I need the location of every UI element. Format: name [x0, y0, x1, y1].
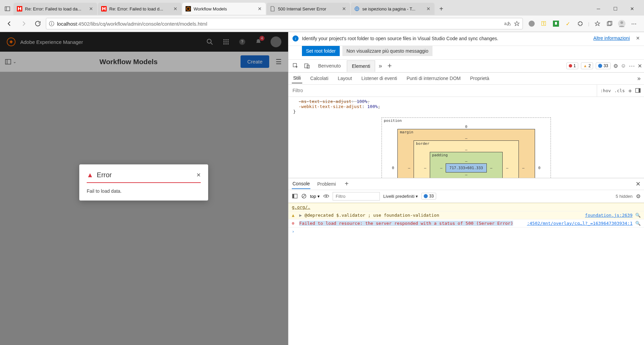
- maximize-button[interactable]: ☐: [608, 3, 623, 14]
- styles-filter: :hov .cls +: [288, 85, 644, 97]
- close-icon[interactable]: ✕: [257, 6, 262, 11]
- error-count[interactable]: 1: [566, 62, 578, 69]
- tab-elements[interactable]: Elementi: [347, 60, 375, 72]
- tab-console[interactable]: Console: [292, 179, 310, 189]
- more-icon[interactable]: ⋯: [629, 62, 635, 70]
- clear-icon[interactable]: [301, 193, 307, 199]
- url-text: localhost:4502/libs/cq/workflow/admin/co…: [57, 21, 501, 27]
- modal-body: Fail to load data.: [87, 188, 201, 194]
- svg-point-41: [326, 195, 327, 197]
- close-icon[interactable]: ✕: [341, 6, 347, 11]
- close-window-button[interactable]: ✕: [624, 3, 640, 14]
- console-prompt[interactable]: ›: [288, 228, 644, 235]
- add-rule-icon[interactable]: +: [628, 87, 632, 94]
- log-source-link[interactable]: foundation.js:2639: [585, 213, 633, 218]
- error-modal: ▲ Error ✕ Fail to load data.: [79, 164, 208, 201]
- sidebar-icon[interactable]: [292, 193, 298, 199]
- console-toolbar: top ▾ Livelli predefiniti ▾ 33 5 hidden …: [288, 190, 644, 203]
- menu-icon[interactable]: ⋯: [630, 20, 638, 28]
- inspect-icon[interactable]: [290, 63, 301, 69]
- styles-pane[interactable]: -ms-text-size-adjust: 100%; -webkit-text…: [288, 97, 644, 178]
- globe-icon: [354, 6, 360, 11]
- favorite-icon[interactable]: [514, 21, 520, 27]
- info-count[interactable]: 33: [596, 62, 610, 69]
- more-subtabs-icon[interactable]: »: [637, 75, 641, 82]
- add-tab-icon[interactable]: +: [385, 61, 394, 70]
- gear-icon[interactable]: ⚙: [613, 63, 618, 69]
- translate-icon[interactable]: aあ: [504, 21, 511, 27]
- console-filter-input[interactable]: [333, 192, 380, 201]
- favorites-icon[interactable]: [593, 20, 601, 28]
- hov-toggle[interactable]: :hov: [600, 88, 611, 93]
- console-info-count[interactable]: 33: [421, 193, 436, 200]
- close-devtools-icon[interactable]: ✕: [638, 63, 642, 69]
- device-icon[interactable]: [302, 63, 312, 69]
- tab-3-active[interactable]: Workflow Models ✕: [182, 3, 266, 15]
- info-text: Identify your project's root folder to o…: [302, 35, 590, 42]
- tab-4[interactable]: 500 Internal Server Error ✕: [267, 3, 350, 15]
- gear-icon[interactable]: ⚙: [636, 193, 641, 200]
- log-source-link[interactable]: :4502/mnt/overlay/cq…l?_=1639647303934:1: [527, 221, 633, 226]
- tab-title: Workflow Models: [194, 6, 254, 11]
- tab-problems[interactable]: Problemi: [316, 179, 336, 189]
- magnify-icon[interactable]: 🔍: [635, 221, 641, 226]
- warning-count[interactable]: ▲2: [581, 62, 593, 69]
- hidden-count[interactable]: 5 hidden: [616, 194, 633, 199]
- tab-1[interactable]: Re: Error: Failed to load da... ✕: [13, 3, 97, 15]
- subtab-properties[interactable]: Proprietà: [469, 74, 491, 83]
- minimize-button[interactable]: ─: [591, 3, 606, 14]
- feedback-icon[interactable]: ☺: [621, 63, 626, 69]
- panel-icon[interactable]: [635, 88, 641, 93]
- svg-point-8: [51, 22, 52, 23]
- subtab-computed[interactable]: Calcolati: [309, 74, 330, 83]
- site-info-icon[interactable]: [49, 21, 54, 26]
- tab-title: se ispeziono la pagina - T...: [362, 6, 423, 11]
- forward-button[interactable]: [18, 18, 30, 30]
- adobe-icon: [17, 6, 22, 11]
- close-icon[interactable]: ✕: [636, 35, 640, 41]
- context-select[interactable]: top ▾: [310, 194, 320, 199]
- url-bar[interactable]: localhost:4502/libs/cq/workflow/admin/co…: [46, 18, 523, 29]
- cls-toggle[interactable]: .cls: [614, 88, 625, 93]
- dismiss-button[interactable]: Non visualizzare più questo messaggio: [342, 46, 432, 56]
- styles-subtabs: Stili Calcolati Layout Listener di event…: [288, 73, 644, 85]
- ext-icon-1[interactable]: [528, 20, 536, 28]
- ext-icon-2[interactable]: ⚿: [540, 20, 548, 28]
- subtab-breakpoints[interactable]: Punti di interruzione DOM: [405, 74, 462, 83]
- eye-icon[interactable]: [323, 194, 329, 198]
- browser-chrome: Re: Error: Failed to load da... ✕ Re: Er…: [0, 0, 644, 32]
- info-link[interactable]: Altre informazioni: [593, 35, 630, 41]
- new-tab-button[interactable]: +: [435, 3, 447, 15]
- extensions-icon[interactable]: [576, 20, 584, 28]
- close-icon[interactable]: ✕: [173, 6, 178, 11]
- tab-2[interactable]: Re: Error: Failed to load d... ✕: [98, 3, 181, 15]
- close-icon[interactable]: ✕: [88, 6, 94, 11]
- set-root-button[interactable]: Set root folder: [302, 46, 340, 56]
- collections-icon[interactable]: [606, 20, 614, 28]
- profile-icon[interactable]: [618, 20, 626, 28]
- console-drawer-tabs: Console Problemi + ✕: [288, 178, 644, 190]
- close-icon[interactable]: ✕: [426, 6, 431, 11]
- close-drawer-icon[interactable]: ✕: [636, 180, 641, 188]
- subtab-layout[interactable]: Layout: [336, 74, 353, 83]
- back-button[interactable]: [3, 18, 16, 30]
- subtab-styles[interactable]: Stili: [292, 73, 302, 83]
- tab-welcome[interactable]: Benvenuto: [313, 60, 345, 71]
- more-tabs-icon[interactable]: »: [376, 62, 384, 70]
- subtab-listeners[interactable]: Listener di eventi: [360, 74, 398, 83]
- doc-icon: [270, 6, 275, 11]
- tab-actions-icon[interactable]: [2, 3, 13, 14]
- ext-icon-3[interactable]: [552, 20, 560, 28]
- main-split: Adobe Experience Manager ? 4 ⌄ Workflow …: [0, 32, 644, 345]
- filter-input[interactable]: [288, 88, 597, 93]
- log-row-error: ⊗ Failed to load resource: the server re…: [288, 219, 644, 228]
- magnify-icon[interactable]: 🔍: [635, 213, 641, 218]
- levels-select[interactable]: Livelli predefiniti ▾: [383, 194, 418, 199]
- ext-icon-4[interactable]: ✓: [564, 20, 572, 28]
- warning-icon: ▲: [292, 213, 297, 218]
- close-icon[interactable]: ✕: [196, 172, 201, 178]
- console-log[interactable]: g.org/. ▲ ▶ @deprecated $.validator ; us…: [288, 203, 644, 235]
- refresh-button[interactable]: [32, 18, 44, 30]
- add-drawer-tab-icon[interactable]: +: [345, 180, 349, 188]
- tab-5[interactable]: se ispeziono la pagina - T... ✕: [351, 3, 435, 15]
